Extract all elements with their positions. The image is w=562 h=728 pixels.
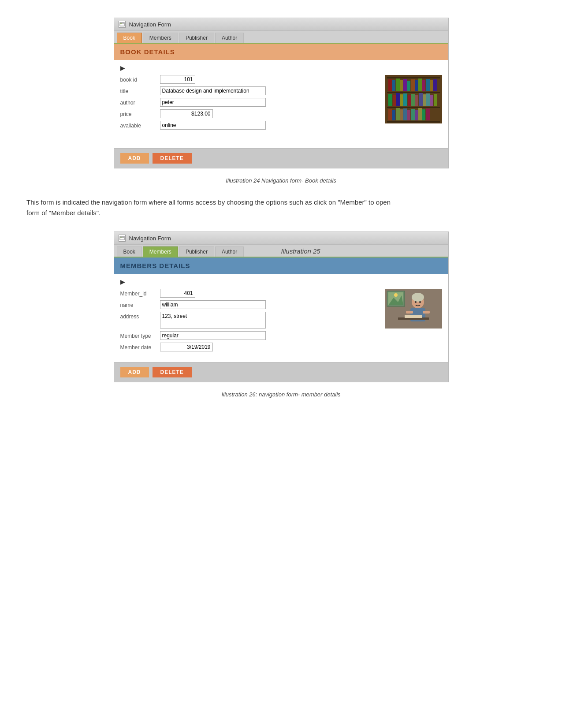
delete-button-2[interactable]: DELETE xyxy=(153,367,192,377)
form-content-1: ▶ book id title author xyxy=(114,60,448,148)
svg-rect-12 xyxy=(403,79,407,91)
svg-rect-27 xyxy=(411,94,415,106)
available-label: available xyxy=(120,121,160,129)
svg-rect-30 xyxy=(423,94,426,106)
add-button-2[interactable]: ADD xyxy=(120,367,149,377)
svg-rect-42 xyxy=(418,108,422,120)
available-input[interactable] xyxy=(160,121,266,130)
svg-rect-6 xyxy=(387,107,440,108)
svg-rect-11 xyxy=(400,80,403,91)
svg-rect-29 xyxy=(419,93,423,106)
author-row: author xyxy=(120,98,379,107)
form-icon-2 xyxy=(119,235,126,242)
delete-button-1[interactable]: DELETE xyxy=(153,153,192,164)
svg-rect-20 xyxy=(433,79,437,91)
tab-author-1[interactable]: Author xyxy=(215,33,244,43)
button-bar-2: ADD DELETE xyxy=(114,362,448,382)
svg-rect-47 xyxy=(120,237,122,238)
member-type-input[interactable] xyxy=(160,331,266,340)
caption-1: Illustration 24 Navigation form- Book de… xyxy=(26,177,536,184)
section-header-book: BOOK DETAILS xyxy=(114,44,448,60)
record-indicator-1: ▶ xyxy=(120,64,442,71)
svg-rect-43 xyxy=(422,109,425,120)
svg-point-61 xyxy=(394,293,398,297)
tab-members-1[interactable]: Members xyxy=(143,33,178,43)
svg-point-56 xyxy=(419,301,421,303)
svg-point-55 xyxy=(415,301,417,303)
svg-rect-17 xyxy=(422,80,425,91)
svg-rect-4 xyxy=(387,77,440,78)
svg-rect-36 xyxy=(396,108,400,120)
svg-rect-53 xyxy=(423,311,430,314)
svg-rect-37 xyxy=(400,109,403,120)
name-row: name xyxy=(120,300,379,309)
address-row: address 123, street xyxy=(120,312,379,329)
member-type-row: Member type xyxy=(120,331,379,340)
form-icon-1 xyxy=(119,21,126,28)
svg-rect-38 xyxy=(403,108,407,120)
svg-rect-26 xyxy=(408,95,411,106)
tab-book-1[interactable]: Book xyxy=(117,33,142,43)
svg-rect-10 xyxy=(396,78,400,91)
price-input[interactable] xyxy=(160,109,213,118)
tab-publisher-2[interactable]: Publisher xyxy=(179,246,214,257)
tab-author-2[interactable]: Author xyxy=(215,246,244,257)
author-input[interactable] xyxy=(160,98,266,107)
tab-members-2[interactable]: Members xyxy=(143,246,178,257)
book-fields-area: book id title author price xyxy=(120,75,442,132)
svg-rect-13 xyxy=(407,81,410,91)
titlebar-1: Navigation Form xyxy=(114,18,448,31)
book-id-row: book id xyxy=(120,75,379,84)
svg-rect-2 xyxy=(120,23,122,24)
tab-book-2[interactable]: Book xyxy=(117,246,142,257)
svg-rect-19 xyxy=(430,80,433,91)
bookshelf-image xyxy=(385,75,442,123)
member-date-row: Member date xyxy=(120,343,379,351)
member-fields-area: Member_id name address 123, street Membe… xyxy=(120,289,442,354)
svg-rect-7 xyxy=(387,121,440,123)
add-button-1[interactable]: ADD xyxy=(120,153,149,164)
member-id-row: Member_id xyxy=(120,289,379,298)
author-label: author xyxy=(120,98,160,106)
svg-rect-39 xyxy=(407,110,410,120)
svg-rect-25 xyxy=(403,93,407,106)
nav-form-window-2: Navigation Form Book Members Publisher A… xyxy=(114,231,449,382)
svg-rect-22 xyxy=(393,95,396,106)
svg-rect-24 xyxy=(400,94,403,106)
svg-rect-41 xyxy=(415,110,418,120)
member-id-input[interactable] xyxy=(160,289,195,298)
svg-rect-34 xyxy=(388,109,392,120)
svg-rect-52 xyxy=(406,311,413,314)
svg-rect-28 xyxy=(415,95,418,106)
svg-rect-44 xyxy=(426,108,430,120)
name-label: name xyxy=(120,300,160,308)
svg-rect-5 xyxy=(387,92,440,93)
tab-publisher-1[interactable]: Publisher xyxy=(179,33,214,43)
illustration-25-label: Illustration 25 xyxy=(281,247,431,254)
tab-bar-1: Book Members Publisher Author xyxy=(114,31,448,44)
book-id-input[interactable] xyxy=(160,75,195,84)
book-id-label: book id xyxy=(120,75,160,83)
svg-rect-8 xyxy=(388,79,392,91)
available-row: available xyxy=(120,121,379,130)
name-input[interactable] xyxy=(160,300,266,309)
tab-bar-2: Book Members Publisher Author Illustrati… xyxy=(114,245,448,258)
svg-rect-16 xyxy=(418,78,422,91)
svg-rect-18 xyxy=(426,79,430,91)
svg-rect-15 xyxy=(415,80,418,91)
svg-rect-14 xyxy=(411,79,415,91)
svg-rect-32 xyxy=(430,95,433,106)
svg-rect-35 xyxy=(392,110,395,120)
section-header-members: MEMBERS DETAILS xyxy=(114,258,448,274)
price-label: price xyxy=(120,109,160,117)
title-input[interactable] xyxy=(160,86,266,95)
price-row: price xyxy=(120,109,379,118)
address-input[interactable]: 123, street xyxy=(160,312,266,329)
caption-2: Illustration 26: navigation form- member… xyxy=(26,391,536,398)
book-fields: book id title author price xyxy=(120,75,379,132)
form-title-2: Navigation Form xyxy=(129,235,171,242)
title-row: title xyxy=(120,86,379,95)
member-date-input[interactable] xyxy=(160,343,213,351)
svg-rect-21 xyxy=(388,94,392,106)
svg-rect-58 xyxy=(405,315,422,318)
